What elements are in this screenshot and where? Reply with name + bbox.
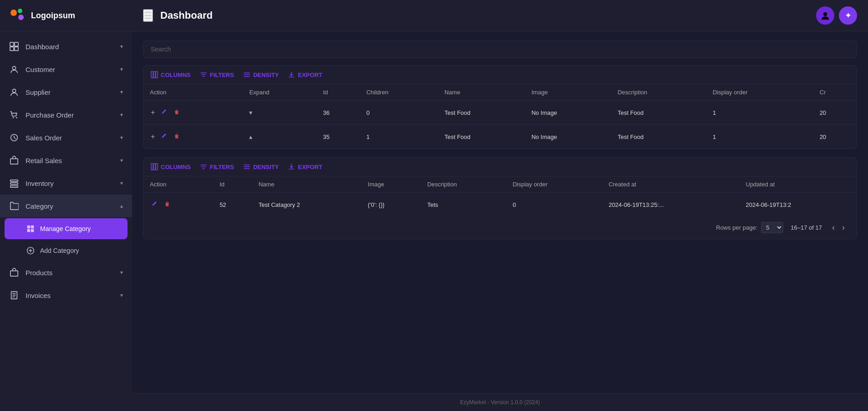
col2-action: Action [143,176,213,193]
col-description: Description [611,84,706,101]
topbar-right: ✦ [816,6,857,25]
row2-actions [143,193,213,217]
page-nav: ‹ › [829,222,848,233]
col2-updated-at: Updated at [740,176,857,193]
display-order-cell: 1 [706,101,813,125]
table2: Action Id Name Image Description Display… [143,176,857,216]
sidebar-label-supplier: Supplier [26,88,51,96]
children-cell: 0 [360,101,438,125]
sales-icon [9,133,19,143]
pagination-bar: Rows per page: 5 10 25 16–17 of 17 ‹ › [143,216,857,239]
svg-rect-29 [156,164,158,170]
table2-toolbar: COLUMNS FILTERS DENSITY EXPORT [143,158,857,176]
rows-per-page-container: Rows per page: 5 10 25 [716,222,783,233]
prev-page-button[interactable]: ‹ [829,222,837,233]
sparkle-button[interactable]: ✦ [839,6,857,25]
svg-rect-3 [10,42,14,46]
svg-point-9 [13,117,14,118]
sidebar-label-dashboard: Dashboard [26,43,59,51]
add-category-label: Add Category [40,247,79,254]
expand-cell: ▴ [243,125,317,149]
svg-rect-28 [153,164,155,170]
sidebar-item-sales-order[interactable]: Sales Order ▾ [0,126,132,149]
sidebar-item-invoices[interactable]: Invoices ▾ [0,284,132,307]
page-title: Dashboard [160,10,213,21]
topbar-left: ☰ Dashboard [143,9,213,22]
page-info: 16–17 of 17 [791,224,822,231]
sidebar-item-purchase-order[interactable]: Purchase Order ▾ [0,103,132,126]
manage-category-icon [26,224,36,234]
delete-row-button[interactable] [172,131,181,142]
add-row-button[interactable]: + [150,108,156,118]
chevron-down-icon-inventory: ▾ [120,180,123,186]
table2-density-button[interactable]: DENSITY [243,163,279,170]
logo-text: Logoipsum [31,11,75,21]
chevron-down-icon: ▾ [120,43,123,50]
expand-button[interactable]: ▾ [249,109,252,116]
chevron-down-icon-sales: ▾ [120,134,123,141]
topbar: ☰ Dashboard ✦ [132,0,868,31]
sidebar-nav: Dashboard ▾ Customer ▾ Supplier ▾ [0,31,132,411]
table2-block: COLUMNS FILTERS DENSITY EXPORT [143,157,857,239]
sidebar-item-customer[interactable]: Customer ▾ [0,58,132,81]
svg-rect-16 [27,226,31,229]
sidebar-sub-manage-category[interactable]: Manage Category [5,218,128,239]
col-display-order: Display order [706,84,813,101]
sidebar-item-products[interactable]: Products ▾ [0,261,132,284]
add-row-button[interactable]: + [150,132,156,142]
table2-filters-button[interactable]: FILTERS [200,163,234,170]
name-cell: Test Food [438,125,525,149]
svg-rect-19 [31,229,34,232]
search-input[interactable] [143,41,857,58]
table2-columns-button[interactable]: COLUMNS [151,163,191,170]
table2-filters-label: FILTERS [210,164,234,170]
table1-filters-label: FILTERS [210,72,234,78]
svg-rect-5 [10,47,14,51]
sidebar-label-inventory: Inventory [26,180,54,187]
purchase-icon [9,110,19,120]
next-page-button[interactable]: › [839,222,848,233]
sidebar-item-inventory[interactable]: Inventory ▾ [0,172,132,195]
inventory-icon [9,178,19,188]
table2-export-button[interactable]: EXPORT [288,163,322,170]
rows-per-page-select[interactable]: 5 10 25 [761,222,783,233]
chevron-down-icon-retail: ▾ [120,157,123,164]
chevron-down-icon-invoices: ▾ [120,292,123,298]
expand-button[interactable]: ▴ [249,133,252,140]
delete-row-button[interactable] [172,107,181,118]
sidebar-item-retail-sales[interactable]: Retail Sales ▾ [0,149,132,172]
svg-rect-13 [10,180,18,182]
sidebar-label-products: Products [26,269,52,277]
table1-export-button[interactable]: EXPORT [288,71,322,78]
image-cell: No Image [525,101,611,125]
table-row: + ▾ 36 0 Test Food [143,101,857,125]
col2-description: Description [421,176,506,193]
sidebar-item-dashboard[interactable]: Dashboard ▾ [0,35,132,58]
table1-filters-button[interactable]: FILTERS [200,71,234,78]
table1-density-label: DENSITY [253,72,279,78]
name-cell: Test Food [438,101,525,125]
sidebar-sub-add-category[interactable]: Add Category [0,240,132,261]
edit-row2-button[interactable] [150,199,159,210]
edit-row-button[interactable] [159,107,168,118]
svg-rect-4 [15,42,18,46]
rows-per-page-label: Rows per page: [716,224,757,231]
table1-density-button[interactable]: DENSITY [243,71,279,78]
row2-id: 52 [213,193,252,217]
edit-row-button[interactable] [159,131,168,142]
avatar-button[interactable] [816,6,834,25]
col-action: Action [143,84,243,101]
dashboard-icon [9,41,19,51]
sidebar-label-invoices: Invoices [26,292,51,299]
manage-category-label: Manage Category [40,225,91,232]
table1-columns-button[interactable]: COLUMNS [151,71,191,78]
invoices-icon [9,290,19,300]
hamburger-button[interactable]: ☰ [143,9,153,22]
table2-density-label: DENSITY [253,164,279,170]
sidebar-item-category[interactable]: Category ▴ [0,195,132,217]
row-actions: + [143,125,243,149]
svg-rect-21 [10,271,18,276]
delete-row2-button[interactable] [163,199,172,210]
svg-rect-24 [151,72,153,78]
sidebar-item-supplier[interactable]: Supplier ▾ [0,81,132,103]
